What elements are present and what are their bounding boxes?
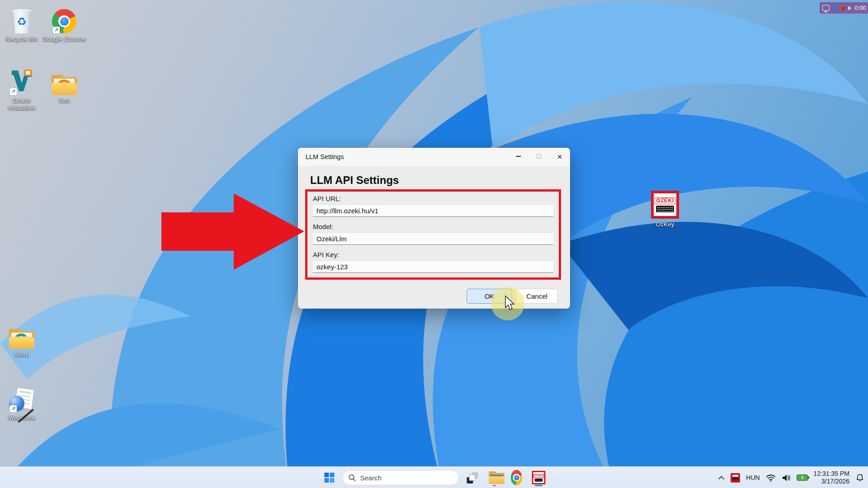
desktop: ♻ Recycle Bin ↗ Google Chrome ↗ Oracle V… — [0, 0, 868, 488]
desktop-icon-label: Google Chrome — [42, 36, 85, 43]
start-button[interactable] — [321, 469, 339, 487]
notification-bell-icon[interactable]: z — [855, 473, 864, 482]
api-url-input[interactable] — [313, 205, 553, 217]
minimize-button[interactable] — [508, 148, 528, 165]
keyboard-glyph — [656, 206, 674, 212]
maximize-icon — [537, 154, 541, 159]
chrome-taskbar-button[interactable] — [508, 469, 526, 487]
windows-logo-icon — [325, 473, 335, 483]
desktop-icon-label: Work — [14, 351, 28, 358]
desktop-icon-recycle-bin[interactable]: ♻ Recycle Bin — [0, 6, 43, 43]
close-button[interactable]: × — [549, 148, 570, 165]
api-key-label: API Key: — [313, 250, 553, 259]
desktop-icon-label: files — [59, 97, 70, 104]
screen-recorder-widget: 0:00 — [820, 2, 868, 14]
task-view-button[interactable] — [463, 469, 481, 487]
dialog-heading: LLM API Settings — [310, 174, 399, 187]
titlebar[interactable]: LLM Settings × — [298, 148, 570, 166]
recorder-play-button[interactable] — [848, 6, 852, 10]
desktop-icon-work[interactable]: Work — [0, 322, 43, 358]
folder-icon — [52, 75, 77, 95]
model-label: Model: — [313, 222, 553, 231]
task-view-icon — [467, 472, 478, 483]
file-explorer-icon — [489, 471, 500, 483]
close-icon: × — [557, 152, 562, 161]
search-input[interactable] — [360, 474, 446, 482]
tray-chevron-up-icon[interactable] — [718, 475, 725, 480]
active-window-indicator — [535, 485, 542, 486]
model-input[interactable] — [313, 233, 553, 245]
desktop-icon-ozkey[interactable]: OZEKI OzKey — [643, 192, 687, 228]
wifi-icon[interactable] — [766, 474, 776, 482]
folder-icon — [9, 329, 34, 349]
desktop-icon-google-chrome[interactable]: ↗ Google Chrome — [42, 6, 86, 43]
chrome-icon — [511, 470, 522, 485]
system-tray: HUN 12:31:35 PM — [718, 467, 864, 488]
svg-text:z: z — [861, 474, 863, 477]
desktop-icon-weboffice[interactable]: ↗ Weboffice — [0, 385, 43, 422]
desktop-icon-label: OzKey — [656, 221, 675, 228]
running-indicator — [493, 485, 496, 486]
search-icon — [349, 474, 356, 482]
shortcut-arrow-icon: ↗ — [10, 88, 17, 95]
ozkey-tray-icon[interactable] — [731, 473, 740, 483]
language-indicator[interactable]: HUN — [746, 474, 760, 481]
battery-icon[interactable] — [797, 474, 808, 481]
ozkey-taskbar-button[interactable]: OZEKI — [530, 469, 548, 487]
shortcut-arrow-icon: ↗ — [10, 405, 17, 412]
recorder-stop-button[interactable] — [840, 6, 845, 10]
ozkey-icon: OZEKI — [651, 191, 679, 219]
file-explorer-button[interactable] — [486, 469, 504, 487]
minimize-icon — [516, 156, 521, 156]
window-title: LLM Settings — [306, 153, 344, 160]
api-url-label: API URL: — [313, 194, 553, 203]
desktop-icon-files[interactable]: files — [42, 68, 86, 104]
ozkey-icon: OZEKI — [532, 471, 546, 484]
field-api-key: API Key: — [313, 250, 553, 273]
recorder-monitor-icon — [822, 5, 830, 11]
recorder-pause-button[interactable] — [833, 5, 837, 10]
desktop-icon-label: Recycle Bin — [5, 36, 38, 43]
field-model: Model: — [313, 222, 553, 245]
desktop-icon-oracle-virtualbox[interactable]: ↗ Oracle VirtualBox — [0, 68, 43, 112]
tray-date: 3/17/2026 — [814, 478, 849, 485]
annotation-red-box: API URL: Model: API Key: — [305, 189, 561, 280]
speaker-icon[interactable] — [782, 474, 791, 482]
taskbar-search[interactable] — [343, 470, 459, 485]
ok-button[interactable]: OK — [467, 289, 512, 304]
maximize-button[interactable] — [528, 148, 549, 165]
field-api-url: API URL: — [313, 194, 553, 217]
recorder-timer: 0:00 — [855, 5, 866, 11]
desktop-icon-label: Oracle VirtualBox — [0, 97, 43, 112]
api-key-input[interactable] — [313, 261, 553, 273]
tray-time: 12:31:35 PM — [814, 470, 849, 478]
tray-clock[interactable]: 12:31:35 PM 3/17/2026 — [814, 470, 849, 485]
cancel-button[interactable]: Cancel — [516, 289, 558, 304]
shortcut-arrow-icon: ↗ — [53, 27, 60, 33]
llm-settings-window: LLM Settings × LLM API Settings API URL:… — [298, 148, 570, 309]
recycle-bin-icon: ♻ — [11, 8, 32, 33]
taskbar: OZEKI HUN — [0, 466, 868, 488]
